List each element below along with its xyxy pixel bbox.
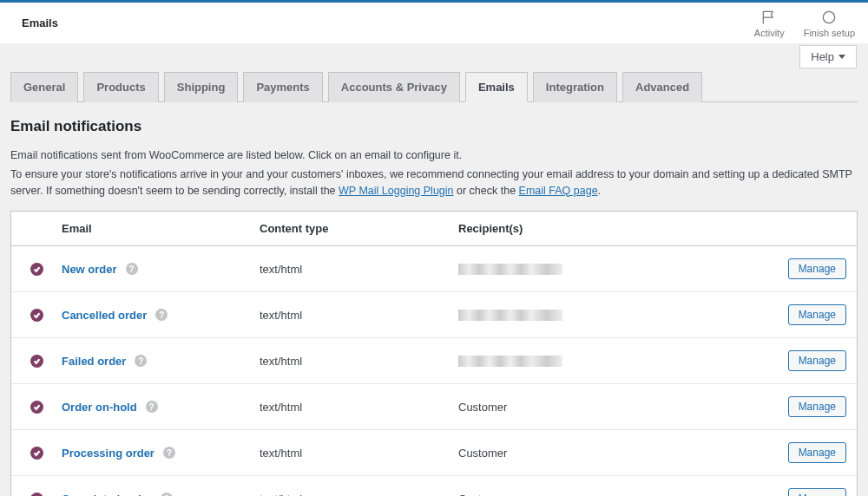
email-table: Email Content type Recipient(s) New orde…	[10, 211, 858, 496]
email-name-col: Order on-hold?	[62, 401, 260, 414]
status-col	[11, 355, 62, 368]
content-type: text/html	[260, 355, 458, 368]
tab-products[interactable]: Products	[83, 72, 158, 102]
manage-button[interactable]: Manage	[788, 258, 846, 279]
tab-shipping[interactable]: Shipping	[164, 72, 239, 102]
email-link[interactable]: Processing order	[62, 447, 155, 460]
help-icon[interactable]: ?	[146, 401, 158, 413]
manage-col: Manage	[766, 304, 846, 325]
table-row: Completed order?text/htmlCustomerManage	[11, 476, 857, 496]
table-row: Failed order?text/htmlManage	[11, 338, 857, 384]
recipients: Customer	[458, 401, 766, 414]
section-title: Email notifications	[10, 118, 858, 135]
email-faq-link[interactable]: Email FAQ page	[519, 185, 598, 197]
activity-label: Activity	[754, 28, 785, 38]
section-description-2: To ensure your store's notifications arr…	[10, 166, 858, 199]
manage-button[interactable]: Manage	[788, 304, 846, 325]
email-link[interactable]: Cancelled order	[62, 309, 147, 322]
status-enabled-icon	[30, 493, 43, 496]
email-link[interactable]: Order on-hold	[62, 401, 137, 414]
help-icon[interactable]: ?	[155, 309, 168, 321]
activity-button[interactable]: Activity	[754, 9, 785, 38]
manage-col: Manage	[766, 488, 846, 496]
top-bar: Emails Activity Finish setup	[0, 0, 868, 43]
status-col	[11, 263, 62, 276]
tab-payments[interactable]: Payments	[243, 72, 322, 102]
redacted-recipient	[458, 356, 562, 367]
flag-icon	[760, 9, 778, 26]
status-enabled-icon	[30, 355, 43, 368]
recipients: Customer	[458, 493, 766, 496]
header-content-type: Content type	[260, 222, 458, 235]
email-name-col: Processing order?	[62, 447, 260, 460]
email-name-col: Failed order?	[62, 355, 260, 368]
content-type: text/html	[260, 493, 458, 496]
recipients	[458, 356, 766, 367]
tab-advanced[interactable]: Advanced	[622, 72, 702, 102]
recipients	[458, 310, 766, 321]
content-type: text/html	[260, 309, 458, 322]
email-name-col: New order?	[62, 263, 260, 276]
tab-accounts-privacy[interactable]: Accounts & Privacy	[328, 72, 460, 102]
content-area: GeneralProductsShippingPaymentsAccounts …	[0, 71, 868, 496]
top-bar-actions: Activity Finish setup	[754, 9, 855, 38]
table-header: Email Content type Recipient(s)	[11, 212, 857, 246]
help-button[interactable]: Help	[799, 45, 857, 69]
header-email: Email	[62, 222, 260, 235]
header-recipients: Recipient(s)	[458, 222, 766, 235]
content-type: text/html	[260, 401, 458, 414]
email-name-col: Cancelled order?	[62, 309, 260, 322]
status-col	[11, 493, 62, 496]
email-link[interactable]: Failed order	[62, 355, 126, 368]
status-enabled-icon	[30, 401, 43, 414]
manage-button[interactable]: Manage	[788, 350, 846, 371]
manage-button[interactable]: Manage	[788, 396, 846, 417]
finish-setup-label: Finish setup	[804, 28, 855, 38]
page-title: Emails	[22, 16, 58, 29]
help-icon[interactable]: ?	[163, 447, 175, 459]
status-enabled-icon	[30, 309, 43, 322]
content-type: text/html	[260, 263, 458, 276]
status-col	[11, 309, 62, 322]
recipients	[458, 264, 766, 275]
status-col	[11, 447, 62, 460]
table-row: Order on-hold?text/htmlCustomerManage	[11, 384, 857, 430]
help-icon[interactable]: ?	[126, 263, 138, 275]
manage-col: Manage	[766, 350, 846, 371]
help-icon[interactable]: ?	[161, 493, 173, 496]
manage-button[interactable]: Manage	[788, 488, 846, 496]
finish-setup-button[interactable]: Finish setup	[804, 9, 855, 38]
status-col	[11, 401, 62, 414]
manage-button[interactable]: Manage	[788, 442, 846, 463]
content-type: text/html	[260, 447, 458, 460]
section-description-1: Email notifications sent from WooCommerc…	[10, 147, 858, 164]
tab-emails[interactable]: Emails	[465, 72, 528, 102]
help-icon[interactable]: ?	[135, 355, 147, 367]
tab-integration[interactable]: Integration	[533, 72, 617, 102]
status-enabled-icon	[30, 447, 43, 460]
manage-col: Manage	[766, 396, 846, 417]
wp-mail-logging-link[interactable]: WP Mail Logging Plugin	[339, 185, 453, 197]
table-row: Processing order?text/htmlCustomerManage	[11, 430, 857, 476]
redacted-recipient	[458, 310, 562, 321]
recipients: Customer	[458, 447, 766, 460]
table-row: New order?text/htmlManage	[11, 246, 857, 292]
tab-general[interactable]: General	[10, 72, 78, 102]
manage-col: Manage	[766, 258, 846, 279]
settings-tabs: GeneralProductsShippingPaymentsAccounts …	[10, 71, 858, 102]
circle-icon	[820, 9, 838, 26]
email-name-col: Completed order?	[62, 493, 260, 496]
redacted-recipient	[458, 264, 562, 275]
status-enabled-icon	[30, 263, 43, 276]
email-link[interactable]: New order	[62, 263, 117, 276]
email-link[interactable]: Completed order	[62, 493, 152, 496]
table-row: Cancelled order?text/htmlManage	[11, 292, 857, 338]
manage-col: Manage	[766, 442, 846, 463]
svg-point-0	[824, 11, 835, 23]
